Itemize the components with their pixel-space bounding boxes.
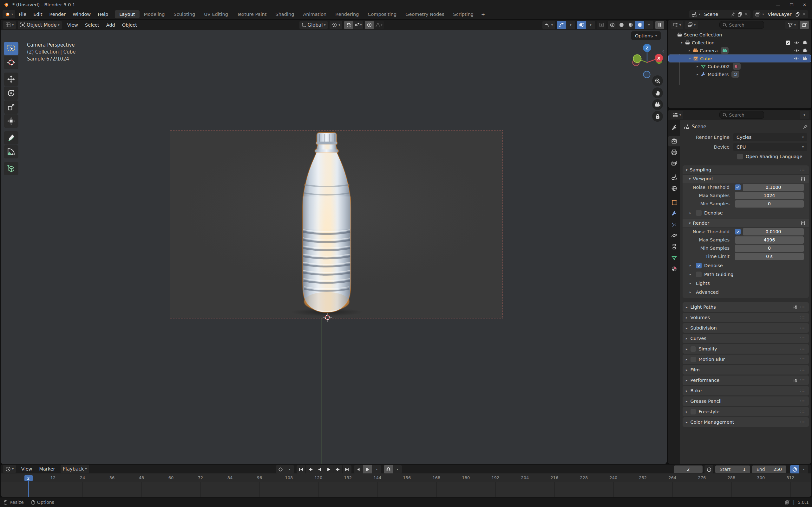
properties-tab-scene[interactable] bbox=[668, 172, 680, 182]
workspace-tab-animation[interactable]: Animation bbox=[299, 10, 331, 18]
tool-scale[interactable] bbox=[4, 101, 18, 114]
workspace-tab-texture-paint[interactable]: Texture Paint bbox=[233, 10, 271, 18]
render-engine-dropdown[interactable]: Cycles▾ bbox=[733, 133, 807, 141]
play-button[interactable] bbox=[324, 465, 333, 473]
tool-annotate[interactable] bbox=[4, 131, 18, 145]
preview-range-button[interactable] bbox=[705, 465, 713, 473]
viewport-noise-threshold-field[interactable]: 0.1000 bbox=[743, 184, 804, 191]
play-reverse-button[interactable] bbox=[315, 465, 324, 473]
outliner-row-collection[interactable]: ▾Collection bbox=[668, 39, 811, 47]
properties-tab-data[interactable] bbox=[668, 252, 680, 263]
menu-file[interactable]: File bbox=[15, 10, 30, 18]
outliner-type-button[interactable]: ▾ bbox=[670, 21, 683, 29]
camera-toggle[interactable] bbox=[801, 40, 809, 45]
material-badge[interactable] bbox=[733, 63, 741, 70]
outliner-row-scene-collection[interactable]: Scene Collection bbox=[668, 31, 811, 39]
tool-transform[interactable] bbox=[4, 114, 18, 128]
options-button[interactable]: Options▾ bbox=[631, 32, 661, 40]
presets-icon[interactable] bbox=[800, 221, 806, 226]
menu-window[interactable]: Window bbox=[69, 10, 94, 18]
outliner-row-cube.002[interactable]: ▸Cube.002 bbox=[668, 62, 811, 70]
timeline-menu-marker[interactable]: Marker bbox=[36, 465, 58, 473]
jump-to-start-button[interactable] bbox=[297, 465, 305, 473]
proportional-editing-toggle[interactable] bbox=[365, 21, 374, 29]
render-min-samples-field[interactable]: 0 bbox=[735, 245, 804, 252]
render-noise-threshold-checkbox[interactable] bbox=[735, 229, 741, 234]
section-motion-blur[interactable]: ▸Motion Blur∷∷ bbox=[682, 354, 809, 364]
section-bake[interactable]: ▸Bake∷∷ bbox=[682, 386, 809, 395]
checkbox-toggle[interactable] bbox=[784, 40, 792, 45]
modifier-badge[interactable] bbox=[731, 71, 740, 78]
properties-tab-tool[interactable] bbox=[668, 122, 680, 132]
sampling-panel-header[interactable]: ▾Sampling ∷∷ bbox=[682, 165, 809, 174]
camera-toggle[interactable] bbox=[801, 48, 809, 53]
shading-wireframe-button[interactable] bbox=[608, 21, 617, 29]
close-button[interactable]: ✕ bbox=[803, 3, 806, 7]
shading-rendered-button[interactable] bbox=[635, 21, 644, 29]
sync-playhead-toggle[interactable] bbox=[790, 465, 799, 473]
frame-step-settings-button[interactable]: ▾ bbox=[372, 465, 381, 473]
section-color-management[interactable]: ▸Color Management∷∷ bbox=[682, 417, 809, 427]
shading-material-button[interactable] bbox=[626, 21, 635, 29]
copy-scene-icon[interactable] bbox=[738, 12, 742, 17]
advanced-row[interactable]: ▸Advanced bbox=[682, 288, 809, 296]
blender-menu-button[interactable]: ▾ bbox=[3, 10, 15, 18]
pan-view-button[interactable] bbox=[652, 88, 663, 98]
properties-tab-object[interactable] bbox=[668, 197, 680, 208]
current-frame-indicator[interactable]: 2 bbox=[24, 475, 33, 481]
timeline-menu-view[interactable]: View bbox=[18, 465, 36, 473]
camera-view-button[interactable] bbox=[652, 99, 663, 110]
render-noise-threshold-field[interactable]: 0.0100 bbox=[743, 228, 804, 235]
menu-render[interactable]: Render bbox=[46, 10, 69, 18]
menu-help[interactable]: Help bbox=[94, 10, 112, 18]
render-max-samples-field[interactable]: 4096 bbox=[735, 236, 804, 244]
properties-tab-material[interactable] bbox=[668, 264, 680, 274]
section-subdivision[interactable]: ▸Subdivision∷∷ bbox=[682, 323, 809, 333]
viewport-denoise-row[interactable]: ▸ Denoise bbox=[682, 209, 809, 217]
properties-type-button[interactable]: ▾ bbox=[670, 111, 683, 119]
pin-icon[interactable] bbox=[731, 12, 735, 17]
timeline-tracks[interactable]: › bbox=[1, 482, 811, 497]
presets-icon[interactable] bbox=[800, 176, 806, 181]
zoom-view-button[interactable] bbox=[652, 75, 663, 86]
selectability-visibility-button[interactable]: ▾ bbox=[542, 21, 555, 29]
workspace-tab-uv-editing[interactable]: UV Editing bbox=[200, 10, 233, 18]
add-workspace-button[interactable]: + bbox=[478, 10, 488, 18]
show-overlays-toggle[interactable] bbox=[577, 21, 586, 29]
frame-forward-button[interactable] bbox=[363, 465, 372, 473]
proportional-falloff-button[interactable]: ▾ bbox=[374, 21, 384, 29]
scene-selector[interactable]: ▾ Scene ✕ bbox=[689, 10, 751, 18]
eye-toggle[interactable] bbox=[792, 48, 801, 53]
freestyle-checkbox[interactable] bbox=[691, 409, 696, 414]
properties-tab-particles[interactable] bbox=[668, 219, 680, 230]
tool-measure[interactable] bbox=[4, 145, 18, 158]
osl-checkbox[interactable] bbox=[737, 154, 743, 159]
minimize-button[interactable]: — bbox=[776, 3, 780, 7]
viewport-menu-view[interactable]: View bbox=[64, 21, 82, 29]
properties-tab-physics[interactable] bbox=[668, 230, 680, 241]
viewport-min-samples-field[interactable]: 0 bbox=[735, 200, 804, 208]
viewport-denoise-checkbox[interactable] bbox=[696, 210, 702, 216]
workspace-tab-modeling[interactable]: Modeling bbox=[140, 10, 169, 18]
sync-settings-button[interactable]: ▾ bbox=[799, 465, 808, 473]
outliner-row-cube[interactable]: ▾Cube bbox=[668, 55, 811, 62]
navigation-gizmo[interactable]: Z X bbox=[629, 43, 665, 80]
timeline-type-button[interactable]: ▾ bbox=[3, 465, 16, 473]
camera-data-badge[interactable] bbox=[721, 47, 728, 54]
overlays-settings-button[interactable]: ▾ bbox=[586, 21, 595, 29]
shading-solid-button[interactable] bbox=[617, 21, 626, 29]
section-performance[interactable]: ▸Performance∷∷ bbox=[682, 376, 809, 385]
render-denoise-row[interactable]: ▸ Denoise bbox=[682, 262, 809, 269]
viewport-noise-threshold-checkbox[interactable] bbox=[735, 184, 741, 190]
gizmo-settings-button[interactable]: ▾ bbox=[566, 21, 575, 29]
sampling-render-subheader[interactable]: ▾Render bbox=[682, 219, 809, 228]
section-light-paths[interactable]: ▸Light Paths∷∷ bbox=[682, 302, 809, 312]
mode-selector[interactable]: Object Mode▾ bbox=[18, 21, 62, 29]
properties-tab-modifiers[interactable] bbox=[668, 208, 680, 219]
device-dropdown[interactable]: CPU▾ bbox=[733, 143, 807, 151]
motion-blur-checkbox[interactable] bbox=[691, 357, 696, 362]
pause-render-preview-button[interactable] bbox=[655, 21, 664, 29]
camera-toggle[interactable] bbox=[801, 56, 809, 61]
timeline-ruler[interactable]: 1224364860728496108120132144156168180192… bbox=[1, 473, 811, 482]
pin-icon[interactable] bbox=[803, 124, 808, 129]
